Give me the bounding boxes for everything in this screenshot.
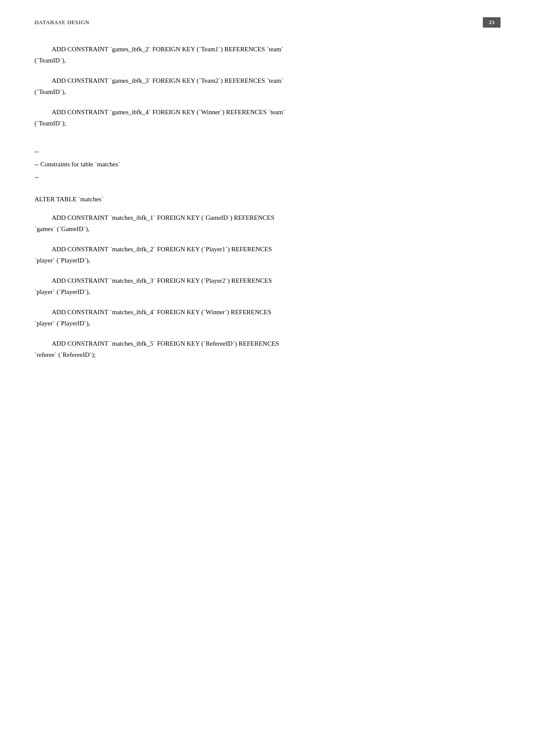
code-block: ADD CONSTRAINT `games_ibfk_2` FOREIGN KE… (34, 44, 501, 360)
games-ibfk-4-block: ADD CONSTRAINT `games_ibfk_4` FOREIGN KE… (34, 107, 501, 129)
page-container: DATABASE DESIGN 23 ADD CONSTRAINT `games… (0, 0, 535, 756)
matches-ibfk-5-line2: `referee` (`RefereeID`); (34, 350, 501, 361)
matches-ibfk-2-line1: ADD CONSTRAINT `matches_ibfk_2` FOREIGN … (34, 244, 501, 255)
matches-ibfk-1-line1: ADD CONSTRAINT `matches_ibfk_1` FOREIGN … (34, 212, 501, 224)
games-ibfk-2-line2: (`TeamID`), (34, 55, 501, 66)
games-ibfk-3-line2: (`TeamID`), (34, 87, 501, 98)
matches-ibfk-2-block: ADD CONSTRAINT `matches_ibfk_2` FOREIGN … (34, 244, 501, 266)
matches-ibfk-1-block: ADD CONSTRAINT `matches_ibfk_1` FOREIGN … (34, 212, 501, 234)
matches-ibfk-4-line1: ADD CONSTRAINT `matches_ibfk_4` FOREIGN … (34, 307, 501, 318)
content-area: ADD CONSTRAINT `games_ibfk_2` FOREIGN KE… (34, 44, 501, 360)
games-ibfk-2-block: ADD CONSTRAINT `games_ibfk_2` FOREIGN KE… (34, 44, 501, 66)
page-header: DATABASE DESIGN 23 (34, 17, 501, 31)
matches-ibfk-5-block: ADD CONSTRAINT `matches_ibfk_5` FOREIGN … (34, 338, 501, 360)
games-ibfk-4-line1: ADD CONSTRAINT `games_ibfk_4` FOREIGN KE… (34, 107, 501, 118)
games-ibfk-2-line1: ADD CONSTRAINT `games_ibfk_2` FOREIGN KE… (34, 44, 501, 55)
alter-table-matches: ALTER TABLE `matches` (34, 194, 501, 205)
matches-comment: -- Constraints for table `matches` (34, 159, 501, 170)
matches-ibfk-1-line2: `games` (`GameID`), (34, 224, 501, 235)
comment-block: -- -- Constraints for table `matches` -- (34, 146, 501, 183)
games-ibfk-3-block: ADD CONSTRAINT `games_ibfk_3` FOREIGN KE… (34, 75, 501, 97)
matches-ibfk-4-block: ADD CONSTRAINT `matches_ibfk_4` FOREIGN … (34, 307, 501, 329)
matches-ibfk-4-line2: `player` (`PlayerID`), (34, 318, 501, 329)
page-number-badge: 23 (483, 17, 501, 28)
separator-2: -- (34, 172, 501, 183)
matches-ibfk-3-line2: `player` (`PlayerID`), (34, 287, 501, 298)
matches-ibfk-2-line2: `player` (`PlayerID`), (34, 255, 501, 266)
matches-ibfk-3-line1: ADD CONSTRAINT `matches_ibfk_3` FOREIGN … (34, 275, 501, 287)
matches-ibfk-5-line1: ADD CONSTRAINT `matches_ibfk_5` FOREIGN … (34, 338, 501, 350)
header-title: DATABASE DESIGN (34, 19, 90, 26)
matches-ibfk-3-block: ADD CONSTRAINT `matches_ibfk_3` FOREIGN … (34, 275, 501, 297)
separator-1: -- (34, 146, 501, 157)
games-ibfk-3-line1: ADD CONSTRAINT `games_ibfk_3` FOREIGN KE… (34, 75, 501, 87)
games-ibfk-4-line2: (`TeamID`); (34, 118, 501, 129)
